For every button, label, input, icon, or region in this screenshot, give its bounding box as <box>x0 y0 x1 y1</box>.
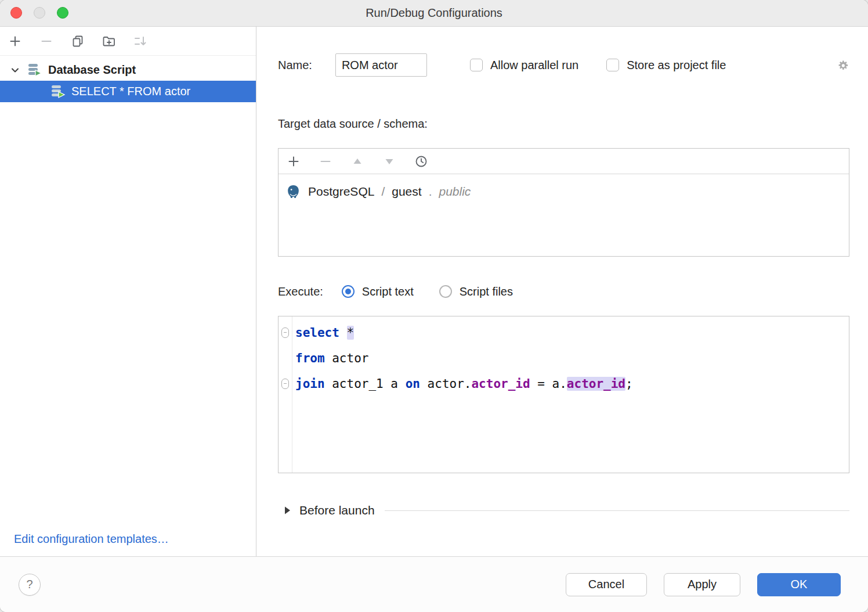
name-input[interactable] <box>335 53 427 77</box>
gear-icon[interactable] <box>834 57 849 73</box>
database-script-icon <box>27 62 42 78</box>
postgresql-icon <box>285 184 301 200</box>
code-text: join actor_1 a on actor.actor_id = a.act… <box>292 377 633 391</box>
script-text-radio[interactable]: Script text <box>342 285 414 298</box>
execute-label: Execute: <box>278 285 323 298</box>
tree-item-database-script[interactable]: Database Script <box>0 59 256 81</box>
before-launch-arrow-icon[interactable] <box>284 506 291 515</box>
remove-icon[interactable] <box>319 154 332 168</box>
add-icon[interactable] <box>8 34 22 48</box>
cancel-button[interactable]: Cancel <box>566 573 647 596</box>
traffic-lights <box>10 7 68 19</box>
edit-configuration-templates-link[interactable]: Edit configuration templates… <box>14 532 169 546</box>
name-label: Name: <box>278 59 312 72</box>
configuration-form: Name: Allow parallel run Store as projec… <box>256 27 868 556</box>
remove-icon[interactable] <box>39 34 53 48</box>
radio-selected-icon[interactable] <box>342 285 355 298</box>
run-debug-configurations-dialog: Run/Debug Configurations <box>0 0 868 612</box>
dialog-footer: ? Cancel Apply OK <box>0 556 868 612</box>
code-text: select * <box>292 326 354 340</box>
data-source-name: PostgreSQL <box>308 185 374 199</box>
name-row: Name: Allow parallel run Store as projec… <box>278 53 849 77</box>
minimize-button[interactable] <box>34 7 45 19</box>
tree-item-label: SELECT * FROM actor <box>71 85 190 98</box>
help-button[interactable]: ? <box>19 574 41 596</box>
zoom-button[interactable] <box>57 7 68 19</box>
tree-item-label: Database Script <box>48 63 136 77</box>
data-source-item[interactable]: PostgreSQL / guest. public <box>279 179 849 204</box>
move-down-icon[interactable] <box>382 154 396 168</box>
code-gutter <box>279 379 292 389</box>
configurations-sidebar: Database Script SELECT * FROM actor Edit… <box>0 27 256 556</box>
checkbox-label: Allow parallel run <box>490 59 578 72</box>
action-buttons: Cancel Apply OK <box>566 573 841 596</box>
fold-marker-icon[interactable] <box>281 327 289 338</box>
before-launch-label: Before launch <box>299 503 375 517</box>
chevron-down-icon[interactable] <box>9 64 21 76</box>
checkbox-box[interactable] <box>470 59 483 71</box>
ok-button[interactable]: OK <box>757 573 841 596</box>
code-line[interactable]: join actor_1 a on actor.actor_id = a.act… <box>279 371 849 397</box>
divider-line <box>385 510 849 511</box>
sort-alpha-icon[interactable] <box>133 34 147 48</box>
tree-item-select-from-actor[interactable]: SELECT * FROM actor <box>0 81 256 102</box>
close-button[interactable] <box>10 7 22 19</box>
schema-dot: . <box>429 185 432 199</box>
script-editor[interactable]: select *from actorjoin actor_1 a on acto… <box>278 316 849 473</box>
code-line[interactable]: select * <box>279 320 849 345</box>
code-lines[interactable]: select *from actorjoin actor_1 a on acto… <box>279 320 849 397</box>
new-folder-icon[interactable] <box>102 34 116 48</box>
configurations-tree: Database Script SELECT * FROM actor <box>0 56 256 102</box>
code-text: from actor <box>292 351 368 365</box>
before-launch-section[interactable]: Before launch <box>278 499 849 522</box>
code-line[interactable]: from actor <box>279 345 849 371</box>
allow-parallel-run-checkbox[interactable]: Allow parallel run <box>470 59 578 72</box>
target-data-source-label: Target data source / schema: <box>278 117 849 131</box>
titlebar: Run/Debug Configurations <box>0 0 868 27</box>
apply-button[interactable]: Apply <box>664 573 740 596</box>
execute-row: Execute: Script text Script files <box>278 280 849 303</box>
move-up-icon[interactable] <box>350 154 364 168</box>
database-script-icon <box>50 84 66 99</box>
checkbox-label: Store as project file <box>627 59 726 72</box>
script-files-radio[interactable]: Script files <box>439 285 513 298</box>
store-as-project-file-checkbox[interactable]: Store as project file <box>606 59 726 72</box>
database-name: guest <box>392 185 421 199</box>
schema-name: public <box>439 185 471 199</box>
data-source-toolbar <box>279 149 849 174</box>
copy-icon[interactable] <box>71 34 85 48</box>
history-icon[interactable] <box>414 154 428 168</box>
sidebar-toolbar <box>0 27 256 56</box>
checkbox-box[interactable] <box>606 59 619 71</box>
radio-label: Script text <box>362 285 414 298</box>
radio-unselected-icon[interactable] <box>439 285 452 298</box>
data-source-panel: PostgreSQL / guest. public <box>278 148 849 257</box>
data-source-separator: / <box>381 185 385 199</box>
window-title: Run/Debug Configurations <box>366 6 502 20</box>
add-icon[interactable] <box>287 154 301 168</box>
fold-marker-icon[interactable] <box>281 379 289 389</box>
code-gutter <box>279 327 292 338</box>
radio-label: Script files <box>460 285 513 298</box>
